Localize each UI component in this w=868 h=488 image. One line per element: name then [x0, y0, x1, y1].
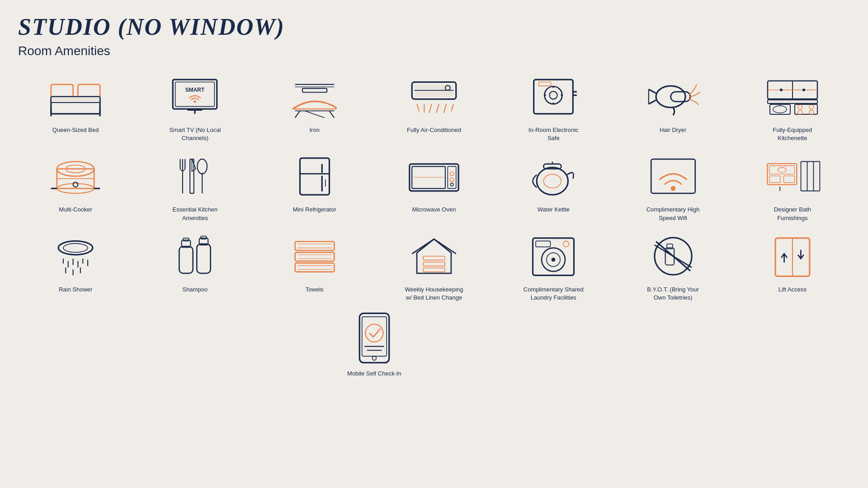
section-title: Room Amenities — [18, 44, 850, 58]
svg-rect-136 — [536, 241, 551, 247]
amenity-rain-shower: Rain Shower — [18, 231, 133, 302]
svg-rect-132 — [423, 268, 445, 272]
amenity-lift: Lift Access — [735, 231, 850, 302]
svg-point-31 — [545, 86, 562, 104]
amenity-shampoo: Shampoo — [137, 231, 252, 302]
svg-line-27 — [436, 104, 439, 113]
svg-rect-118 — [201, 236, 207, 239]
svg-rect-97 — [769, 166, 795, 174]
svg-rect-125 — [295, 263, 334, 272]
svg-line-28 — [444, 104, 446, 113]
svg-point-152 — [372, 356, 376, 360]
svg-rect-37 — [539, 82, 551, 86]
svg-rect-99 — [783, 176, 794, 183]
svg-rect-116 — [197, 244, 211, 273]
svg-point-71 — [198, 159, 208, 174]
svg-rect-6 — [173, 80, 217, 109]
amenity-electronic-safe: In-Room Electronic Safe — [496, 72, 611, 142]
svg-point-48 — [802, 89, 805, 91]
svg-rect-49 — [768, 100, 817, 103]
svg-point-36 — [544, 94, 546, 96]
amenity-laundry: Complimentary Shared Laundry Facilities — [496, 231, 611, 302]
svg-point-35 — [561, 94, 563, 96]
svg-rect-119 — [295, 241, 334, 250]
amenity-queen-bed: Queen-Sized Bed — [18, 72, 133, 142]
amenity-multi-cooker: Multi-Cooker — [18, 151, 133, 222]
amenity-wifi: Complimentary High Speed Wifi — [615, 151, 730, 222]
svg-line-19 — [305, 111, 324, 117]
svg-point-63 — [73, 182, 78, 187]
svg-rect-122 — [295, 252, 334, 261]
amenity-kitchen-amenities: Essential Kitchen Amenities — [137, 151, 252, 222]
svg-rect-130 — [423, 256, 445, 260]
svg-rect-133 — [533, 238, 574, 275]
svg-point-137 — [563, 241, 569, 247]
svg-point-32 — [550, 91, 557, 99]
svg-point-87 — [544, 174, 561, 188]
amenity-iron: Iron — [257, 72, 372, 142]
svg-rect-72 — [300, 158, 329, 195]
amenity-air-conditioned: Fully Air-Conditioned — [377, 72, 491, 142]
svg-point-138 — [552, 258, 556, 262]
amenity-kitchenette: Fully-Equipped Kitchenette — [735, 72, 850, 142]
amenity-bath-furnishings: Designer Bath Furnishings — [735, 151, 850, 222]
amenity-mobile-checkin: Mobile Self Check-In — [257, 311, 492, 378]
svg-rect-41 — [670, 92, 690, 102]
svg-rect-113 — [179, 246, 193, 273]
svg-rect-147 — [359, 314, 389, 363]
svg-point-81 — [450, 178, 454, 182]
svg-point-34 — [552, 103, 554, 104]
page-title: STUDIO (NO WINDOW) — [18, 14, 850, 40]
svg-point-52 — [773, 106, 787, 113]
svg-line-24 — [417, 104, 419, 111]
amenity-water-kettle: Water Kettle — [496, 151, 611, 222]
svg-point-149 — [365, 324, 383, 342]
svg-point-80 — [450, 172, 454, 176]
svg-line-26 — [429, 104, 431, 113]
svg-rect-30 — [534, 80, 573, 114]
svg-rect-98 — [769, 176, 780, 183]
svg-point-47 — [780, 89, 783, 91]
svg-point-9 — [194, 100, 196, 103]
svg-rect-131 — [423, 262, 445, 266]
amenity-microwave: Microwave Oven — [377, 151, 491, 222]
amenity-towels: Towels — [257, 231, 372, 302]
svg-point-33 — [552, 86, 554, 88]
svg-line-129 — [434, 239, 456, 254]
svg-line-18 — [329, 111, 334, 117]
svg-line-128 — [412, 239, 434, 254]
svg-rect-3 — [51, 97, 100, 103]
svg-line-17 — [295, 111, 300, 117]
svg-point-84 — [537, 168, 568, 195]
svg-rect-78 — [412, 167, 445, 189]
amenity-hair-dryer: Hair Dryer — [615, 72, 730, 142]
amenities-grid: Queen-Sized Bed SMART Smart TV (No Local… — [18, 72, 850, 378]
svg-point-82 — [450, 183, 453, 187]
svg-point-100 — [778, 168, 786, 173]
svg-point-103 — [63, 244, 88, 253]
svg-text:SMART: SMART — [185, 87, 205, 93]
amenity-byot: B.Y.O.T. (Bring Your Own Toiletries) — [615, 231, 730, 302]
svg-point-89 — [670, 186, 675, 191]
svg-point-54 — [798, 105, 802, 109]
amenity-mini-fridge: Mini Refrigerator — [257, 151, 372, 222]
svg-line-29 — [451, 104, 453, 111]
svg-point-55 — [809, 105, 814, 109]
svg-rect-14 — [302, 89, 327, 93]
amenity-housekeeping: Weekly Housekeeping w/ Bed Linen Change — [377, 231, 491, 302]
amenity-smart-tv: SMART Smart TV (No Local Channels) — [137, 72, 252, 142]
